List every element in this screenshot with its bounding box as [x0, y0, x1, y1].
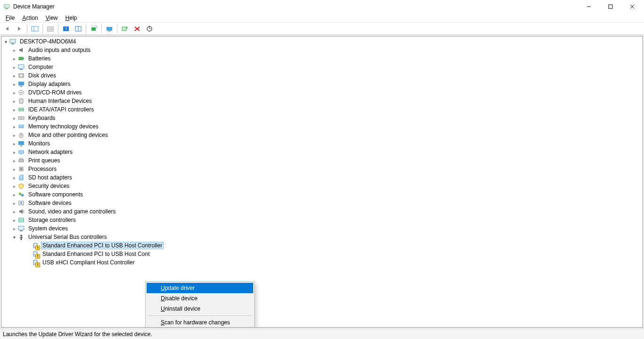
expand-arrow[interactable]	[11, 192, 17, 197]
tree-category[interactable]: Print queues	[1, 156, 643, 165]
update-driver-button[interactable]	[144, 24, 155, 34]
expand-arrow[interactable]	[2, 39, 9, 44]
expand-arrow[interactable]	[11, 56, 17, 61]
menu-action[interactable]: Action	[18, 15, 41, 21]
monitor-icon	[17, 140, 25, 147]
remote-computer-button[interactable]	[104, 24, 115, 34]
tree-category-label: Processors	[27, 165, 58, 173]
tree-root[interactable]: DESKTOP-4MDO6M4	[1, 37, 643, 46]
svg-rect-10	[48, 27, 53, 31]
close-button[interactable]	[621, 0, 643, 13]
tree-category[interactable]: DVD/CD-ROM drives	[1, 88, 643, 97]
tree-category-label: Print queues	[27, 157, 61, 164]
expand-arrow[interactable]	[11, 184, 17, 189]
tree-device[interactable]: USB xHCI Compliant Host Controller	[1, 258, 643, 267]
expand-arrow[interactable]	[11, 167, 17, 172]
expand-arrow[interactable]	[11, 226, 17, 231]
tree-category[interactable]: Human Interface Devices	[1, 97, 643, 105]
storage-icon	[17, 216, 25, 224]
menu-view[interactable]: View	[42, 15, 62, 21]
enable-device-button[interactable]	[119, 24, 131, 34]
tree-category[interactable]: Mice and other pointing devices	[1, 131, 643, 139]
tree-category[interactable]: Computer	[1, 63, 643, 71]
tree-category[interactable]: Display adapters	[1, 80, 643, 88]
expand-arrow[interactable]	[11, 150, 17, 155]
export-list-button[interactable]	[45, 24, 56, 34]
expand-arrow[interactable]	[11, 175, 17, 180]
tree-category[interactable]: Security devices	[1, 182, 643, 190]
tree-category[interactable]: Software devices	[1, 199, 643, 207]
disk-icon	[17, 72, 25, 79]
back-button[interactable]	[1, 24, 13, 34]
svg-rect-67	[34, 244, 36, 245]
context-item-disable-device[interactable]: Disable device	[147, 293, 253, 304]
expand-arrow[interactable]	[11, 116, 17, 121]
expand-arrow[interactable]	[11, 141, 17, 146]
statusbar: Launches the Update Driver Wizard for th…	[0, 329, 644, 339]
expand-arrow[interactable]	[11, 133, 17, 138]
expand-arrow[interactable]	[11, 48, 17, 53]
tree-category[interactable]: Batteries	[1, 54, 643, 63]
console-tree-button[interactable]	[29, 24, 41, 34]
toolbar-separator	[27, 24, 27, 34]
forward-button[interactable]	[14, 24, 25, 34]
usb-device-icon	[32, 242, 39, 249]
display-icon	[17, 80, 25, 88]
expand-arrow[interactable]	[11, 201, 17, 206]
context-item-update-driver[interactable]: Update driver	[147, 283, 253, 293]
tree-category[interactable]: Storage controllers	[1, 216, 643, 224]
tree-category[interactable]: Software components	[1, 190, 643, 199]
tree-category[interactable]: Universal Serial Bus controllers	[1, 233, 643, 241]
tree-category-label: System devices	[27, 225, 69, 232]
expand-arrow[interactable]	[11, 65, 17, 70]
scan-hardware-button[interactable]	[88, 24, 99, 34]
uninstall-device-button[interactable]	[132, 24, 143, 34]
security-icon	[17, 182, 25, 190]
svg-rect-58	[21, 194, 24, 196]
help-button[interactable]: ?	[60, 24, 72, 34]
svg-rect-39	[18, 117, 24, 119]
tree-category-label: IDE ATA/ATAPI controllers	[27, 106, 95, 113]
tree-category[interactable]: Disk drives	[1, 71, 643, 80]
expand-arrow[interactable]	[11, 124, 17, 129]
svg-rect-17	[91, 27, 96, 31]
maximize-button[interactable]	[600, 0, 621, 13]
tree-category[interactable]: Sound, video and game controllers	[1, 207, 643, 216]
tree-category-label: SD host adapters	[27, 174, 74, 181]
window-title: Device Manager	[13, 3, 54, 10]
show-hidden-button[interactable]	[73, 24, 84, 34]
tree-category[interactable]: System devices	[1, 224, 643, 233]
expand-arrow[interactable]	[11, 99, 17, 104]
tree-category[interactable]: Memory technology devices	[1, 122, 643, 131]
tree-device-label: Standard Enhanced PCI to USB Host Cont	[41, 250, 151, 258]
expand-arrow[interactable]	[11, 107, 17, 112]
expand-arrow[interactable]	[11, 82, 17, 87]
menu-file[interactable]: File	[2, 15, 18, 21]
tree-category[interactable]: SD host adapters	[1, 173, 643, 182]
svg-rect-49	[20, 145, 22, 146]
tree-device[interactable]: Standard Enhanced PCI to USB Host Contro…	[1, 241, 643, 250]
tree-category[interactable]: Audio inputs and outputs	[1, 46, 643, 54]
tree-category-label: Keyboards	[27, 114, 57, 122]
context-item-scan-hardware[interactable]: Scan for hardware changes	[147, 317, 253, 328]
tree-category[interactable]: Monitors	[1, 139, 643, 148]
tree-category[interactable]: Network adapters	[1, 148, 643, 156]
svg-text:?: ?	[65, 26, 67, 31]
expand-arrow[interactable]	[11, 158, 17, 163]
context-item-uninstall-device[interactable]: Uninstall device	[147, 304, 253, 314]
expand-arrow[interactable]	[11, 90, 17, 95]
tree-category[interactable]: Keyboards	[1, 114, 643, 122]
expand-arrow[interactable]	[11, 218, 17, 223]
expand-arrow[interactable]	[11, 209, 17, 214]
menu-help[interactable]: Help	[62, 15, 81, 21]
tree-category[interactable]: Processors	[1, 165, 643, 173]
app-icon	[3, 3, 10, 10]
printer-icon	[17, 157, 25, 164]
expand-arrow[interactable]	[11, 235, 17, 240]
tree-category-label: Network adapters	[27, 148, 74, 156]
minimize-button[interactable]	[578, 0, 600, 13]
tree-device[interactable]: Standard Enhanced PCI to USB Host Cont	[1, 250, 643, 258]
tree-category[interactable]: IDE ATA/ATAPI controllers	[1, 105, 643, 114]
expand-arrow[interactable]	[11, 73, 17, 78]
device-tree[interactable]: DESKTOP-4MDO6M4 Audio inputs and outputs…	[1, 36, 643, 328]
